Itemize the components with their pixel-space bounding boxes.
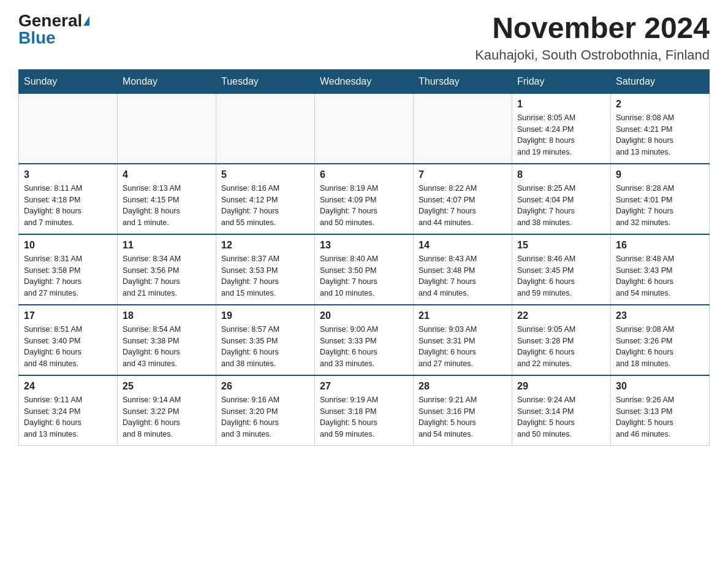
- calendar-day-cell: 29Sunrise: 9:24 AMSunset: 3:14 PMDayligh…: [512, 375, 611, 446]
- location-subtitle: Kauhajoki, South Ostrobothnia, Finland: [475, 47, 710, 63]
- day-number: 1: [517, 99, 605, 110]
- logo: General Blue: [18, 12, 89, 47]
- day-number: 8: [517, 169, 605, 180]
- day-number: 23: [616, 310, 704, 321]
- calendar-day-cell: 8Sunrise: 8:25 AMSunset: 4:04 PMDaylight…: [512, 164, 611, 234]
- day-of-week-header: Sunday: [19, 69, 118, 93]
- calendar-day-cell: [414, 93, 512, 164]
- calendar-day-cell: 3Sunrise: 8:11 AMSunset: 4:18 PMDaylight…: [19, 164, 118, 234]
- day-info: Sunrise: 9:05 AMSunset: 3:28 PMDaylight:…: [517, 324, 605, 370]
- day-number: 9: [616, 169, 704, 180]
- day-info: Sunrise: 8:11 AMSunset: 4:18 PMDaylight:…: [24, 183, 112, 229]
- calendar-day-cell: [19, 93, 118, 164]
- day-number: 24: [24, 381, 112, 392]
- day-info: Sunrise: 8:19 AMSunset: 4:09 PMDaylight:…: [320, 183, 408, 229]
- day-number: 16: [616, 240, 704, 251]
- title-section: November 2024 Kauhajoki, South Ostroboth…: [475, 12, 710, 63]
- day-number: 5: [221, 169, 309, 180]
- calendar-day-cell: 21Sunrise: 9:03 AMSunset: 3:31 PMDayligh…: [414, 305, 512, 375]
- calendar-day-cell: 6Sunrise: 8:19 AMSunset: 4:09 PMDaylight…: [315, 164, 414, 234]
- day-of-week-header: Monday: [118, 69, 216, 93]
- day-number: 12: [221, 240, 309, 251]
- day-info: Sunrise: 9:16 AMSunset: 3:20 PMDaylight:…: [221, 394, 309, 440]
- day-of-week-header: Friday: [512, 69, 611, 93]
- calendar-day-cell: 16Sunrise: 8:48 AMSunset: 3:43 PMDayligh…: [611, 234, 710, 305]
- day-of-week-header: Saturday: [611, 69, 710, 93]
- calendar-day-cell: 24Sunrise: 9:11 AMSunset: 3:24 PMDayligh…: [19, 375, 118, 446]
- day-number: 22: [517, 310, 605, 321]
- calendar-week-row: 24Sunrise: 9:11 AMSunset: 3:24 PMDayligh…: [19, 375, 710, 446]
- calendar-week-row: 17Sunrise: 8:51 AMSunset: 3:40 PMDayligh…: [19, 305, 710, 375]
- calendar-day-cell: 20Sunrise: 9:00 AMSunset: 3:33 PMDayligh…: [315, 305, 414, 375]
- day-number: 13: [320, 240, 408, 251]
- day-number: 6: [320, 169, 408, 180]
- calendar-day-cell: 5Sunrise: 8:16 AMSunset: 4:12 PMDaylight…: [216, 164, 315, 234]
- day-info: Sunrise: 8:22 AMSunset: 4:07 PMDaylight:…: [419, 183, 507, 229]
- day-number: 14: [419, 240, 507, 251]
- day-of-week-header: Tuesday: [216, 69, 315, 93]
- day-info: Sunrise: 9:21 AMSunset: 3:16 PMDaylight:…: [419, 394, 507, 440]
- calendar-day-cell: 7Sunrise: 8:22 AMSunset: 4:07 PMDaylight…: [414, 164, 512, 234]
- calendar-day-cell: 23Sunrise: 9:08 AMSunset: 3:26 PMDayligh…: [611, 305, 710, 375]
- day-info: Sunrise: 8:54 AMSunset: 3:38 PMDaylight:…: [123, 324, 211, 370]
- day-info: Sunrise: 8:28 AMSunset: 4:01 PMDaylight:…: [616, 183, 704, 229]
- calendar-day-cell: 30Sunrise: 9:26 AMSunset: 3:13 PMDayligh…: [611, 375, 710, 446]
- calendar-day-cell: [118, 93, 216, 164]
- day-number: 28: [419, 381, 507, 392]
- day-number: 19: [221, 310, 309, 321]
- logo-triangle-icon: [83, 16, 89, 26]
- day-info: Sunrise: 8:48 AMSunset: 3:43 PMDaylight:…: [616, 253, 704, 299]
- calendar-week-row: 10Sunrise: 8:31 AMSunset: 3:58 PMDayligh…: [19, 234, 710, 305]
- calendar-day-cell: 22Sunrise: 9:05 AMSunset: 3:28 PMDayligh…: [512, 305, 611, 375]
- day-info: Sunrise: 8:34 AMSunset: 3:56 PMDaylight:…: [123, 253, 211, 299]
- day-number: 7: [419, 169, 507, 180]
- day-info: Sunrise: 8:37 AMSunset: 3:53 PMDaylight:…: [221, 253, 309, 299]
- calendar-day-cell: 15Sunrise: 8:46 AMSunset: 3:45 PMDayligh…: [512, 234, 611, 305]
- calendar-day-cell: [216, 93, 315, 164]
- page-header: General Blue November 2024 Kauhajoki, So…: [18, 12, 710, 63]
- logo-blue-text: Blue: [18, 29, 56, 47]
- day-number: 15: [517, 240, 605, 251]
- calendar-day-cell: 4Sunrise: 8:13 AMSunset: 4:15 PMDaylight…: [118, 164, 216, 234]
- day-info: Sunrise: 8:08 AMSunset: 4:21 PMDaylight:…: [616, 112, 704, 158]
- calendar-day-cell: 25Sunrise: 9:14 AMSunset: 3:22 PMDayligh…: [118, 375, 216, 446]
- day-number: 11: [123, 240, 211, 251]
- day-info: Sunrise: 9:24 AMSunset: 3:14 PMDaylight:…: [517, 394, 605, 440]
- calendar-week-row: 3Sunrise: 8:11 AMSunset: 4:18 PMDaylight…: [19, 164, 710, 234]
- calendar-day-cell: 19Sunrise: 8:57 AMSunset: 3:35 PMDayligh…: [216, 305, 315, 375]
- calendar-header-row: SundayMondayTuesdayWednesdayThursdayFrid…: [19, 69, 710, 93]
- day-info: Sunrise: 9:03 AMSunset: 3:31 PMDaylight:…: [419, 324, 507, 370]
- day-of-week-header: Wednesday: [315, 69, 414, 93]
- calendar-day-cell: 12Sunrise: 8:37 AMSunset: 3:53 PMDayligh…: [216, 234, 315, 305]
- day-info: Sunrise: 9:14 AMSunset: 3:22 PMDaylight:…: [123, 394, 211, 440]
- day-info: Sunrise: 8:16 AMSunset: 4:12 PMDaylight:…: [221, 183, 309, 229]
- day-number: 26: [221, 381, 309, 392]
- day-number: 30: [616, 381, 704, 392]
- calendar-day-cell: 1Sunrise: 8:05 AMSunset: 4:24 PMDaylight…: [512, 93, 611, 164]
- day-number: 21: [419, 310, 507, 321]
- day-info: Sunrise: 9:00 AMSunset: 3:33 PMDaylight:…: [320, 324, 408, 370]
- calendar-day-cell: 27Sunrise: 9:19 AMSunset: 3:18 PMDayligh…: [315, 375, 414, 446]
- day-info: Sunrise: 8:13 AMSunset: 4:15 PMDaylight:…: [123, 183, 211, 229]
- day-info: Sunrise: 8:31 AMSunset: 3:58 PMDaylight:…: [24, 253, 112, 299]
- day-number: 25: [123, 381, 211, 392]
- calendar-day-cell: [315, 93, 414, 164]
- calendar-week-row: 1Sunrise: 8:05 AMSunset: 4:24 PMDaylight…: [19, 93, 710, 164]
- calendar-day-cell: 18Sunrise: 8:54 AMSunset: 3:38 PMDayligh…: [118, 305, 216, 375]
- day-info: Sunrise: 8:51 AMSunset: 3:40 PMDaylight:…: [24, 324, 112, 370]
- calendar-day-cell: 2Sunrise: 8:08 AMSunset: 4:21 PMDaylight…: [611, 93, 710, 164]
- day-of-week-header: Thursday: [414, 69, 512, 93]
- calendar-day-cell: 9Sunrise: 8:28 AMSunset: 4:01 PMDaylight…: [611, 164, 710, 234]
- day-info: Sunrise: 9:11 AMSunset: 3:24 PMDaylight:…: [24, 394, 112, 440]
- day-number: 17: [24, 310, 112, 321]
- day-info: Sunrise: 9:26 AMSunset: 3:13 PMDaylight:…: [616, 394, 704, 440]
- calendar-day-cell: 11Sunrise: 8:34 AMSunset: 3:56 PMDayligh…: [118, 234, 216, 305]
- calendar-day-cell: 14Sunrise: 8:43 AMSunset: 3:48 PMDayligh…: [414, 234, 512, 305]
- day-number: 3: [24, 169, 112, 180]
- day-info: Sunrise: 8:43 AMSunset: 3:48 PMDaylight:…: [419, 253, 507, 299]
- logo-general-text: General: [18, 12, 82, 29]
- day-number: 4: [123, 169, 211, 180]
- day-number: 2: [616, 99, 704, 110]
- calendar-day-cell: 10Sunrise: 8:31 AMSunset: 3:58 PMDayligh…: [19, 234, 118, 305]
- month-title: November 2024: [475, 12, 710, 45]
